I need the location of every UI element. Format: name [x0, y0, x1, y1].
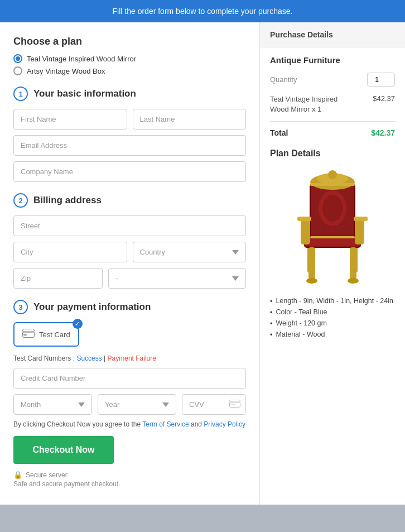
radio-artsy	[13, 66, 22, 75]
right-panel: Purchase Details Antique Furniture Quant…	[260, 22, 405, 505]
plan-teal-label: Teal Vintage Inspired Wood Mirror	[27, 55, 136, 63]
svg-rect-4	[229, 401, 240, 403]
svg-point-9	[328, 170, 337, 179]
step2-circle: 2	[13, 193, 28, 208]
svg-rect-18	[308, 247, 315, 281]
bullet-dimensions: •	[270, 298, 272, 305]
svg-rect-17	[354, 217, 368, 221]
total-value: $42.37	[371, 128, 395, 137]
credit-card-input[interactable]	[13, 368, 246, 389]
top-banner: Fill the order form below to complete yo…	[0, 0, 405, 22]
step3-title: Your payment information	[33, 301, 151, 313]
spec-weight: • Weight - 120 gm	[270, 319, 395, 328]
terms-link[interactable]: Term of Service	[142, 420, 189, 428]
svg-rect-2	[23, 334, 27, 336]
total-label: Total	[270, 128, 288, 137]
radio-inner-teal	[16, 56, 20, 61]
first-name-input[interactable]	[13, 109, 127, 130]
plan-options: Teal Vintage Inspired Wood Mirror Artsy …	[13, 54, 246, 75]
card-icon	[22, 329, 35, 340]
svg-rect-13	[307, 238, 358, 246]
bullet-color: •	[270, 309, 272, 317]
bullet-weight: •	[270, 320, 272, 328]
svg-point-23	[322, 195, 343, 222]
failure-link[interactable]: Payment Failure	[108, 354, 156, 362]
separator: |	[104, 354, 105, 362]
step1-title: Your basic information	[33, 88, 136, 99]
zip-input[interactable]	[13, 268, 103, 289]
year-select[interactable]: Year 2024 2025 2026 2027	[98, 394, 176, 415]
item-label: Teal Vintage Inspired Wood Mirror x 1	[270, 94, 348, 114]
email-row	[13, 135, 246, 156]
month-select[interactable]: Month 01 02 03 04 05 06 07 08 09 10 11 1…	[13, 394, 92, 415]
privacy-link[interactable]: Privacy Policy	[204, 420, 245, 428]
svg-rect-5	[230, 404, 235, 405]
item-price: $42.37	[373, 94, 395, 103]
quantity-row: Quantity	[270, 73, 395, 87]
purchase-details-body: Antique Furniture Quantity Teal Vintage …	[260, 55, 405, 137]
svg-rect-15	[297, 217, 311, 221]
state-select[interactable]: -	[108, 268, 246, 289]
step3-header: 3 Your payment information	[13, 300, 246, 314]
svg-rect-3	[230, 400, 240, 407]
step1-circle: 1	[13, 87, 28, 101]
choose-plan-title: Choose a plan	[13, 36, 246, 47]
svg-rect-24	[310, 183, 355, 186]
card-selector[interactable]: Test Card ✓	[13, 322, 79, 347]
country-select[interactable]: Country United States United Kingdom	[133, 242, 247, 262]
step2-title: Billing address	[33, 195, 102, 206]
page-wrapper: Fill the order form below to complete yo…	[0, 0, 405, 505]
lock-icon: 🔒	[13, 471, 22, 479]
card-label: Test Card	[39, 330, 70, 339]
svg-rect-1	[22, 331, 35, 333]
secure-server-line: 🔒 Secure server	[13, 471, 246, 479]
radio-teal	[13, 54, 22, 63]
price-row: Teal Vintage Inspired Wood Mirror x 1 $4…	[270, 94, 395, 122]
total-row: Total $42.37	[270, 128, 395, 137]
secure-info: 🔒 Secure server Safe and secure payment …	[13, 471, 246, 488]
secure-server-text: Secure server	[26, 471, 68, 479]
street-input[interactable]	[13, 215, 246, 236]
banner-text: Fill the order form below to complete yo…	[113, 7, 293, 16]
spec-color: • Color - Teal Blue	[270, 308, 395, 317]
secure-checkout-text: Safe and secure payment checkout.	[13, 480, 120, 488]
product-image	[285, 166, 380, 289]
cc-number-row	[13, 368, 246, 389]
email-input[interactable]	[13, 135, 246, 156]
card-check-badge: ✓	[73, 319, 83, 329]
cvv-wrapper	[182, 394, 246, 415]
terms-text: By clicking Checkout Now you agree to th…	[13, 420, 246, 428]
svg-point-21	[348, 278, 359, 284]
cvv-card-icon	[229, 400, 240, 410]
product-image-container	[260, 166, 405, 289]
expiry-cvv-row: Month 01 02 03 04 05 06 07 08 09 10 11 1…	[13, 394, 246, 415]
secure-checkout-line: Safe and secure payment checkout.	[13, 480, 246, 488]
plan-details-title: Plan Details	[260, 148, 405, 159]
svg-rect-19	[350, 247, 356, 281]
test-card-label: Test Card Numbers :	[13, 354, 75, 362]
spec-material: • Material - Wood	[270, 330, 395, 339]
company-row	[13, 161, 246, 182]
checkout-button[interactable]: Checkout Now	[13, 436, 114, 464]
company-input[interactable]	[13, 161, 246, 182]
quantity-input[interactable]	[367, 73, 395, 87]
svg-point-20	[306, 278, 317, 284]
last-name-input[interactable]	[133, 109, 247, 130]
city-country-row: Country United States United Kingdom	[13, 242, 246, 262]
plan-option-teal[interactable]: Teal Vintage Inspired Wood Mirror	[13, 54, 246, 63]
test-card-numbers: Test Card Numbers : Success | Payment Fa…	[13, 354, 246, 362]
city-input[interactable]	[13, 242, 127, 262]
plan-artsy-label: Artsy Vintage Wood Box	[27, 67, 105, 75]
purchase-details-header: Purchase Details	[260, 22, 405, 47]
step3-circle: 3	[13, 300, 28, 314]
bullet-material: •	[270, 331, 272, 339]
and-text: and	[191, 420, 202, 428]
main-content: Choose a plan Teal Vintage Inspired Wood…	[0, 22, 405, 505]
success-link[interactable]: Success	[76, 354, 102, 362]
svg-rect-25	[310, 236, 355, 238]
terms-prefix: By clicking Checkout Now you agree to th…	[13, 420, 141, 428]
product-specs: • Length - 9in, Width - 1in, Height - 24…	[260, 297, 405, 339]
product-category: Antique Furniture	[270, 55, 395, 65]
plan-option-artsy[interactable]: Artsy Vintage Wood Box	[13, 66, 246, 75]
quantity-label: Quantity	[270, 75, 297, 84]
